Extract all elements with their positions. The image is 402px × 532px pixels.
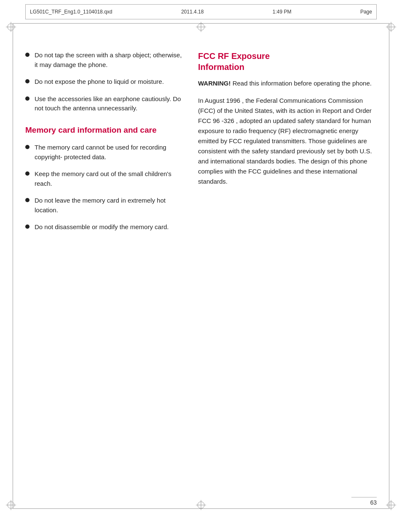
bullet-dot <box>25 96 29 101</box>
header-bar: LG501C_TRF_Eng1.0_1104018.qxd 2011.4.18 … <box>25 4 377 19</box>
page-border-right <box>389 23 389 509</box>
bullet-text: The memory card cannot be used for recor… <box>35 143 185 162</box>
bullet-text: Use the accessories like an earphone cau… <box>35 94 185 113</box>
list-item: Do not leave the memory card in extremel… <box>25 196 185 215</box>
header-filename: LG501C_TRF_Eng1.0_1104018.qxd <box>30 9 112 15</box>
reg-mark-left-top <box>6 22 16 32</box>
fcc-heading-line2: Information <box>198 62 244 72</box>
header-date: 2011.4.18 <box>181 9 204 15</box>
bullet-dot <box>25 53 29 57</box>
memory-bullet-list: The memory card cannot be used for recor… <box>25 143 185 232</box>
fcc-heading-line1: FCC RF Exposure <box>198 51 270 61</box>
fcc-heading: FCC RF Exposure Information <box>198 51 377 72</box>
reg-mark-right-top <box>386 22 396 32</box>
warning-intro: Read this information before operating t… <box>231 80 372 87</box>
memory-section-heading: Memory card information and care <box>25 125 185 136</box>
right-column: FCC RF Exposure Information WARNING! Rea… <box>198 42 377 490</box>
list-item: Keep the memory card out of the small ch… <box>25 169 185 188</box>
bullet-text: Keep the memory card out of the small ch… <box>35 169 185 188</box>
list-item: Do not expose the phone to liquid or moi… <box>25 77 185 87</box>
page-border-left <box>13 23 13 509</box>
warning-bold-label: WARNING! <box>198 80 231 87</box>
bullet-text: Do not disassemble or modify the memory … <box>35 222 169 232</box>
reg-mark-center-top <box>196 22 206 32</box>
main-content: Do not tap the screen with a sharp objec… <box>25 42 377 490</box>
bullet-dot <box>25 198 29 202</box>
left-column: Do not tap the screen with a sharp objec… <box>25 42 185 490</box>
bullet-dot <box>25 225 29 229</box>
bullet-text: Do not tap the screen with a sharp objec… <box>35 51 185 70</box>
list-item: Do not disassemble or modify the memory … <box>25 222 185 232</box>
page-number: 63 <box>370 499 377 506</box>
bullet-dot <box>25 79 29 83</box>
list-item: The memory card cannot be used for recor… <box>25 143 185 162</box>
reg-mark-left-bottom <box>6 500 16 510</box>
top-bullet-list: Do not tap the screen with a sharp objec… <box>25 51 185 113</box>
bullet-dot <box>25 171 29 176</box>
fcc-body-text: In August 1996 , the Federal Communicati… <box>198 96 377 187</box>
list-item: Do not tap the screen with a sharp objec… <box>25 51 185 70</box>
warning-paragraph: WARNING! Read this information before op… <box>198 78 377 88</box>
page-number-line <box>351 497 377 497</box>
header-page-label: Page <box>360 9 372 15</box>
header-time: 1:49 PM <box>273 9 292 15</box>
bullet-text: Do not leave the memory card in extremel… <box>35 196 185 215</box>
list-item: Use the accessories like an earphone cau… <box>25 94 185 113</box>
bullet-text: Do not expose the phone to liquid or moi… <box>35 77 164 87</box>
bullet-dot <box>25 145 29 149</box>
reg-mark-center-bottom <box>196 500 206 510</box>
reg-mark-right-bottom <box>386 500 396 510</box>
